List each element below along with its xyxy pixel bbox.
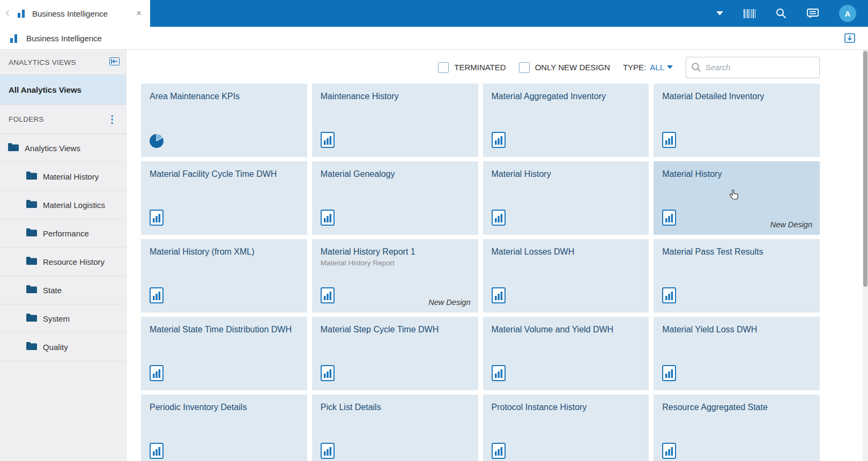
type-dropdown[interactable]: ALL xyxy=(650,63,673,72)
folder-label: Performance xyxy=(43,229,89,238)
report-document-icon xyxy=(321,287,335,306)
terminated-filter: TERMINATED xyxy=(438,62,506,73)
analytics-view-card[interactable]: Material Yield Loss DWH xyxy=(654,317,820,390)
hand-cursor-icon xyxy=(730,189,738,203)
analytics-view-card[interactable]: Resource Aggregated State xyxy=(654,395,820,461)
sidebar-folder-item[interactable]: Resource History xyxy=(0,248,126,276)
report-document-icon xyxy=(662,443,676,461)
import-icon[interactable] xyxy=(844,33,855,43)
card-title: Pick List Details xyxy=(312,395,478,413)
report-document-icon xyxy=(321,132,335,150)
report-document-icon xyxy=(321,210,335,228)
tab-business-intelligence[interactable]: Business Intelligence × xyxy=(14,0,150,27)
folders-header-label: FOLDERS xyxy=(9,115,44,123)
card-title: Material Facility Cycle Time DWH xyxy=(141,161,307,180)
folder-label: State xyxy=(43,286,62,295)
card-title: Maintenance History xyxy=(312,84,478,102)
report-document-icon xyxy=(492,132,506,150)
search-icon[interactable] xyxy=(776,8,787,19)
search-field xyxy=(686,57,820,78)
new-design-badge: New Design xyxy=(770,220,812,229)
report-document-icon xyxy=(150,443,164,461)
sidebar-folder-item[interactable]: Quality xyxy=(0,333,126,361)
report-document-icon xyxy=(662,287,676,306)
analytics-view-card[interactable]: Material Facility Cycle Time DWH xyxy=(141,161,307,235)
terminated-label: TERMINATED xyxy=(454,63,506,72)
collapse-sidebar-icon[interactable] xyxy=(109,57,120,67)
report-document-icon xyxy=(492,287,506,306)
folder-icon xyxy=(26,341,38,352)
main-body: ANALYTICS VIEWS All Analytics Views FOLD… xyxy=(0,50,868,461)
sidebar-folder-item[interactable]: Performance xyxy=(0,219,126,248)
analytics-view-card[interactable]: Material Aggregated Inventory xyxy=(483,84,649,157)
content-area: TERMINATED ONLY NEW DESIGN TYPE: ALL xyxy=(127,50,868,461)
sidebar-folder-item[interactable]: System xyxy=(0,304,126,333)
page-header: Business Intelligence xyxy=(0,27,868,50)
analytics-view-card[interactable]: Material History Report 1 Material Histo… xyxy=(312,239,478,313)
analytics-view-card[interactable]: Material Pass Test Results xyxy=(654,239,820,313)
folder-icon xyxy=(26,228,38,239)
folder-label: Analytics Views xyxy=(25,144,80,153)
sidebar-folder-item[interactable]: Material History xyxy=(0,162,126,191)
barcode-icon[interactable] xyxy=(744,9,755,18)
chevron-down-icon[interactable] xyxy=(716,11,723,16)
vertical-scrollbar[interactable] xyxy=(863,50,868,461)
report-document-icon xyxy=(321,365,335,383)
analytics-view-card[interactable]: Material Volume and Yield DWH xyxy=(483,317,649,390)
analytics-view-card[interactable]: Material Genealogy xyxy=(312,161,478,235)
sidebar-item-all-analytics-views[interactable]: All Analytics Views xyxy=(0,75,126,105)
sidebar-folder-item[interactable]: State xyxy=(0,276,126,304)
report-document-icon xyxy=(150,287,164,306)
analytics-view-card[interactable]: Maintenance History xyxy=(312,84,478,157)
card-title: Material History (from XML) xyxy=(141,239,307,257)
sidebar-folder-item[interactable]: Material Logistics xyxy=(0,191,126,219)
folders-header: FOLDERS ⋮ xyxy=(0,105,126,134)
analytics-view-card[interactable]: Area Maintenance KPIs xyxy=(141,84,307,157)
app-window: ‹ Business Intelligence × xyxy=(0,0,868,461)
analytics-view-card[interactable]: Material Detailed Inventory xyxy=(654,84,820,157)
only-new-design-label: ONLY NEW DESIGN xyxy=(535,63,610,72)
analytics-view-card[interactable]: Periodic Inventory Details xyxy=(141,395,307,461)
analytics-view-card[interactable]: Protocol Instance History xyxy=(483,395,649,461)
card-title: Material Step Cycle Time DWH xyxy=(312,317,478,335)
type-selected-value: ALL xyxy=(650,63,664,72)
report-document-icon xyxy=(492,210,506,228)
analytics-view-card[interactable]: Material Step Cycle Time DWH xyxy=(312,317,478,390)
analytics-views-grid: Area Maintenance KPIs xyxy=(141,84,820,461)
topbar-actions: A xyxy=(716,0,868,27)
folder-icon xyxy=(8,143,19,153)
analytics-view-card[interactable]: Material History (from XML) xyxy=(141,239,307,313)
card-title: Protocol Instance History xyxy=(483,395,649,413)
pie-chart-icon xyxy=(149,133,165,151)
analytics-view-card[interactable]: Material State Time Distribution DWH xyxy=(141,317,307,390)
card-title: Material Yield Loss DWH xyxy=(654,317,820,335)
only-new-design-checkbox[interactable] xyxy=(519,62,530,73)
folder-icon xyxy=(26,256,38,267)
sidebar-folder-analytics-views[interactable]: Analytics Views xyxy=(0,134,126,162)
report-document-icon xyxy=(492,365,506,383)
folder-icon xyxy=(26,171,38,182)
card-title: Material State Time Distribution DWH xyxy=(141,317,307,335)
card-title: Material History Report 1 xyxy=(312,239,478,257)
folder-label: Material Logistics xyxy=(43,200,105,210)
analytics-view-card[interactable]: Material Losses DWH xyxy=(483,239,649,313)
top-bar: ‹ Business Intelligence × xyxy=(0,0,868,27)
tab-title: Business Intelligence xyxy=(32,9,108,18)
tab-scroll-left-icon[interactable]: ‹ xyxy=(0,5,14,22)
scrollbar-thumb[interactable] xyxy=(863,51,867,287)
folder-icon xyxy=(26,199,38,210)
only-new-design-filter: ONLY NEW DESIGN xyxy=(519,62,610,73)
report-document-icon xyxy=(662,365,676,383)
terminated-checkbox[interactable] xyxy=(438,62,449,73)
analytics-view-card[interactable]: Material History New Design xyxy=(654,161,820,235)
report-document-icon xyxy=(321,443,335,461)
filter-bar: TERMINATED ONLY NEW DESIGN TYPE: ALL xyxy=(141,55,820,79)
search-icon xyxy=(691,62,701,75)
search-input[interactable] xyxy=(686,57,820,78)
avatar[interactable]: A xyxy=(839,5,856,22)
analytics-view-card[interactable]: Pick List Details xyxy=(312,395,478,461)
tab-close-icon[interactable]: × xyxy=(134,7,144,20)
analytics-view-card[interactable]: Material History xyxy=(483,161,649,235)
folders-menu-icon[interactable]: ⋮ xyxy=(105,114,120,124)
chat-icon[interactable] xyxy=(807,9,819,19)
